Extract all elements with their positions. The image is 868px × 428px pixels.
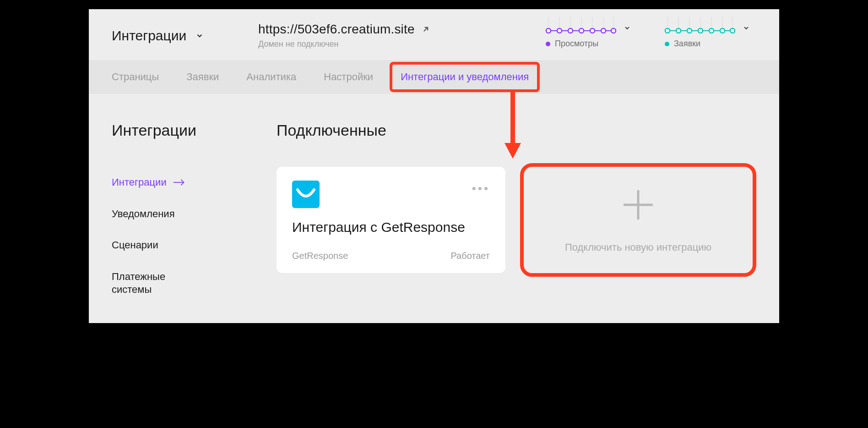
sidebar-title: Интеграции xyxy=(112,121,249,139)
section-title: Интеграции xyxy=(112,28,186,44)
stat-requests-label: Заявки xyxy=(674,39,700,49)
sparkline-views xyxy=(546,22,614,33)
card-footer: GetResponse Работает xyxy=(292,251,490,261)
tab-requests[interactable]: Заявки xyxy=(186,71,219,83)
svg-point-17 xyxy=(665,28,670,33)
svg-point-20 xyxy=(698,28,703,33)
add-integration-button[interactable]: Подключить новую интеграцию xyxy=(524,167,753,273)
site-url: https://503ef6.creatium.site xyxy=(258,22,415,37)
plus-icon xyxy=(620,187,656,223)
svg-line-0 xyxy=(424,27,428,31)
getresponse-logo-icon xyxy=(292,181,320,208)
sidebar-item-integrations[interactable]: Интеграции xyxy=(112,176,249,189)
tab-pages[interactable]: Страницы xyxy=(112,71,159,83)
svg-point-22 xyxy=(720,28,725,33)
sidebar-item-label: Платежные системы xyxy=(112,270,203,296)
sidebar: Интеграции Интеграции Уведомления Сценар… xyxy=(112,121,249,305)
svg-point-18 xyxy=(676,28,681,33)
svg-point-4 xyxy=(568,28,573,33)
svg-point-3 xyxy=(557,28,562,33)
svg-point-5 xyxy=(579,28,584,33)
svg-point-7 xyxy=(601,28,606,33)
integration-card[interactable]: ••• Интеграция с GetResponse GetResponse… xyxy=(277,167,505,273)
svg-point-21 xyxy=(709,28,714,33)
site-info: https://503ef6.creatium.site Домен не по… xyxy=(258,22,518,49)
stat-views-label: Просмотры xyxy=(555,39,598,49)
stat-requests: Заявки xyxy=(665,22,756,49)
card-header: ••• xyxy=(292,181,490,208)
chevron-down-icon xyxy=(743,24,750,32)
card-title: Интеграция с GetResponse xyxy=(292,218,490,236)
tab-settings[interactable]: Настройки xyxy=(324,71,373,83)
dot-icon xyxy=(665,42,669,46)
sidebar-item-label: Интеграции xyxy=(112,176,167,189)
sidebar-item-notifications[interactable]: Уведомления xyxy=(112,208,249,221)
main-area: Интеграции Интеграции Уведомления Сценар… xyxy=(89,94,779,323)
header: Интеграции https://503ef6.creatium.site … xyxy=(89,9,779,60)
add-integration-label: Подключить новую интеграцию xyxy=(565,241,711,253)
sidebar-item-payments[interactable]: Платежные системы xyxy=(112,270,203,296)
sparkline-requests xyxy=(665,22,733,33)
sidebar-item-scenarios[interactable]: Сценарии xyxy=(112,239,249,252)
svg-point-23 xyxy=(730,28,735,33)
card-status: Работает xyxy=(450,251,490,261)
card-provider: GetResponse xyxy=(292,251,348,261)
stats-block: Просмотры xyxy=(546,22,756,49)
sidebar-item-label: Уведомления xyxy=(112,208,175,221)
sidebar-item-label: Сценарии xyxy=(112,239,158,252)
svg-point-2 xyxy=(546,28,551,33)
card-more-button[interactable]: ••• xyxy=(472,181,490,194)
dot-icon xyxy=(546,42,550,46)
stat-views: Просмотры xyxy=(546,22,637,49)
svg-point-6 xyxy=(590,28,595,33)
tab-analytics[interactable]: Аналитика xyxy=(246,71,296,83)
tab-integrations[interactable]: Интеграции и уведомления xyxy=(401,71,529,83)
section-dropdown[interactable]: Интеграции xyxy=(112,28,231,44)
chevron-down-icon xyxy=(195,32,204,40)
tabs-bar: Страницы Заявки Аналитика Настройки Инте… xyxy=(89,60,779,94)
stat-requests-label-row: Заявки xyxy=(665,39,756,49)
cards-row: ••• Интеграция с GetResponse GetResponse… xyxy=(277,167,756,273)
domain-status: Домен не подключен xyxy=(258,39,518,49)
stat-requests-dropdown[interactable] xyxy=(665,22,756,33)
stat-views-label-row: Просмотры xyxy=(546,39,637,49)
content-section-title: Подключенные xyxy=(277,121,756,139)
svg-point-19 xyxy=(687,28,692,33)
stat-views-dropdown[interactable] xyxy=(546,22,637,33)
content: Подключенные ••• Интеграция с GetRespons… xyxy=(277,121,756,305)
arrow-right-icon xyxy=(173,178,185,187)
external-link-icon xyxy=(421,25,430,34)
svg-point-8 xyxy=(611,28,616,33)
site-url-link[interactable]: https://503ef6.creatium.site xyxy=(258,22,518,37)
chevron-down-icon xyxy=(624,24,631,32)
app-frame: Интеграции https://503ef6.creatium.site … xyxy=(82,3,786,329)
